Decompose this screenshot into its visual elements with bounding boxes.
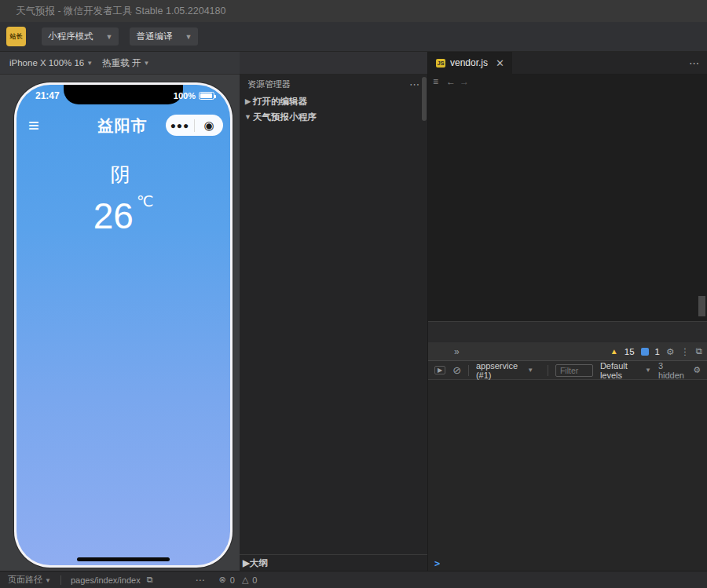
explorer-header: 资源管理器 ⋯ [240, 75, 427, 93]
user-avatar[interactable]: 站长 [6, 27, 26, 46]
simulator-panel: iPhone X 100% 16 ▼ 热重载 开 ▼ 21:47 100% [0, 52, 240, 571]
compile-select-value: 普通编译 [136, 31, 172, 42]
battery-icon [199, 92, 214, 100]
explorer-scrollbar[interactable] [422, 77, 427, 121]
log-levels-select[interactable]: Default levels ▼ [600, 361, 651, 380]
prompt-icon: > [434, 558, 440, 569]
editor-tab-vendor-js[interactable]: JS vendor.js ✕ [428, 52, 512, 74]
popout-icon[interactable]: ⧉ [696, 346, 702, 356]
explorer-panel: 资源管理器 ⋯ ▶ 打开的编辑器 ▼ 天气预报小程序 ▶ 大纲 [240, 52, 428, 571]
device-select[interactable]: iPhone X 100% 16 [9, 58, 84, 68]
info-icon[interactable] [641, 348, 649, 356]
wechat-devtools-window: 天气预报 - 微信开发者工具 Stable 1.05.2204180 站长 小程… [0, 0, 707, 588]
gear-icon[interactable]: ⚙ [666, 346, 674, 357]
filter-input[interactable] [555, 364, 593, 377]
gear-icon[interactable]: ⚙ [693, 365, 701, 375]
outline-section[interactable]: ▶ 大纲 [240, 554, 427, 571]
project-name: 天气预报小程序 [253, 111, 317, 123]
close-icon[interactable]: ✕ [496, 57, 504, 69]
console-prompt[interactable]: > [428, 557, 707, 571]
kebab-menu-icon[interactable]: ⋮ [680, 346, 690, 357]
explorer-title: 资源管理器 [247, 79, 291, 90]
outline-label: 大纲 [250, 557, 268, 569]
activity-bar [240, 52, 427, 75]
weather-condition: 阴 [111, 162, 130, 188]
page-path-label: 页面路径 [8, 575, 42, 584]
project-section[interactable]: ▼ 天气预报小程序 [240, 109, 427, 125]
status-time: 21:47 [35, 90, 60, 101]
hot-reload-toggle[interactable]: 热重载 开 [102, 57, 141, 69]
outline-list-icon[interactable]: ≡ [433, 76, 438, 87]
hidden-count: 3 hidden [658, 361, 686, 380]
open-editors-label: 打开的编辑器 [253, 96, 307, 108]
editor-area: JS vendor.js ✕ ⋯ ≡ ← → [428, 52, 707, 571]
page-path-value[interactable]: pages/index/index [71, 575, 141, 585]
phone-status-bar: 21:47 100% [16, 90, 230, 101]
mode-select-value: 小程序模式 [48, 31, 93, 42]
phone-frame: 21:47 100% ≡ 益阳市 ●●● ◉ [14, 82, 233, 568]
chevron-down-icon: ▼ [185, 33, 192, 41]
clear-console-icon[interactable]: ⊘ [452, 364, 461, 376]
window-title: 天气预报 - 微信开发者工具 Stable 1.05.2204180 [16, 5, 707, 18]
debugger-panel: » ▲ 15 1 ⚙ ⋮ ⧉ ▶ ⊘ ap [428, 321, 707, 571]
phone-nav-bar: ≡ 益阳市 ●●● ◉ [16, 113, 230, 138]
city-name: 益阳市 [98, 117, 148, 134]
chevron-right-icon: ▶ [243, 557, 250, 568]
temperature-unit: ℃ [137, 193, 153, 210]
chevron-down-icon: ▼ [86, 60, 93, 67]
errors-icon[interactable]: ⊗ [219, 575, 226, 585]
chevron-down-icon: ▼ [243, 113, 253, 121]
current-weather: 阴 26℃ [16, 162, 230, 237]
console-toolbar: ▶ ⊘ appservice (#1) ▼ Default levels ▼ 3… [428, 361, 707, 380]
chevron-right-icon: ▶ [243, 97, 253, 105]
warning-triangle-icon[interactable]: ▲ [610, 347, 618, 356]
devtools-toolbar: » ▲ 15 1 ⚙ ⋮ ⧉ [428, 342, 707, 361]
more-icon[interactable]: ●●● [166, 120, 194, 131]
miniprogram-capsule: ●●● ◉ [166, 115, 223, 136]
titlebar: 天气预报 - 微信开发者工具 Stable 1.05.2204180 [0, 0, 707, 22]
chevron-down-icon: ▼ [143, 60, 149, 67]
chevron-down-icon: ▼ [645, 367, 651, 374]
console-messages [428, 380, 707, 557]
phone-screen: 21:47 100% ≡ 益阳市 ●●● ◉ [16, 85, 230, 565]
temperature-value: 26 [93, 195, 134, 236]
forward-arrow-icon[interactable]: → [460, 76, 469, 87]
tab-label: vendor.js [450, 57, 488, 68]
error-count: 0 [230, 575, 235, 585]
home-indicator[interactable] [77, 557, 170, 561]
mode-select[interactable]: 小程序模式 ▼ [42, 27, 119, 46]
compile-mode-select[interactable]: 普通编译 ▼ [130, 27, 198, 46]
editor-scrollbar[interactable] [698, 296, 705, 316]
copy-icon[interactable]: ⧉ [147, 575, 153, 585]
context-select[interactable]: appservice (#1) ▼ [476, 361, 533, 380]
js-file-icon: JS [436, 59, 445, 68]
context-value: appservice (#1) [476, 361, 524, 380]
chevron-down-icon: ▼ [45, 577, 51, 584]
more-tabs-icon[interactable]: » [454, 346, 460, 357]
levels-value: Default levels [600, 361, 642, 380]
chevron-down-icon: ▼ [106, 33, 113, 41]
warnings-icon[interactable]: △ [242, 575, 248, 585]
live-expression-icon[interactable]: ▶ [434, 366, 445, 374]
editor-tabbar: JS vendor.js ✕ ⋯ [428, 52, 707, 74]
main-toolbar: 站长 小程序模式 ▼ 普通编译 ▼ [0, 22, 707, 52]
warning-count: 15 [625, 347, 635, 356]
more-icon[interactable]: ⋯ [689, 57, 699, 69]
chevron-down-icon: ▼ [527, 367, 533, 374]
simulator-toolbar: iPhone X 100% 16 ▼ 热重载 开 ▼ [0, 52, 240, 75]
breadcrumb: ≡ ← → [428, 74, 707, 89]
open-editors-section[interactable]: ▶ 打开的编辑器 [240, 93, 427, 109]
more-icon[interactable]: ⋯ [409, 79, 419, 90]
warning-count: 0 [252, 575, 257, 585]
battery-percent: 100% [174, 91, 196, 100]
page-path-select[interactable]: 页面路径 ▼ [8, 574, 51, 586]
code-editor[interactable] [428, 89, 707, 321]
back-arrow-icon[interactable]: ← [446, 76, 456, 87]
statusbar: 页面路径 ▼ pages/index/index ⧉ ⋯ ⊗0 △0 [0, 571, 707, 588]
close-capsule-icon[interactable]: ◉ [195, 119, 223, 133]
more-icon[interactable]: ⋯ [196, 575, 205, 586]
info-count: 1 [655, 347, 660, 356]
debugger-tabbar [428, 322, 707, 342]
